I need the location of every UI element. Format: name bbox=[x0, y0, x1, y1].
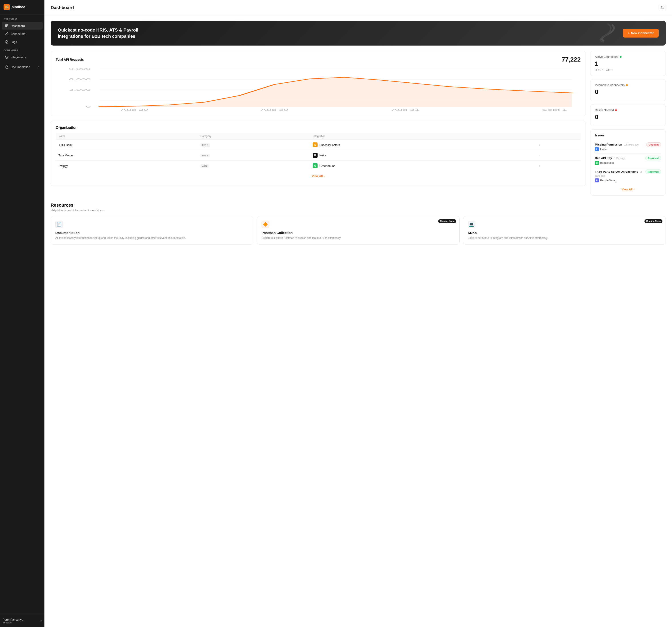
new-connector-button[interactable]: + New Connector bbox=[623, 29, 659, 38]
relink-needed-card: Relink Needed 0 bbox=[590, 104, 666, 126]
active-connectors-label: Active Connectors bbox=[595, 55, 619, 58]
grid-icon bbox=[5, 24, 8, 28]
incomplete-connectors-label: Incomplete Connectors bbox=[595, 83, 625, 87]
doc-icon bbox=[5, 65, 8, 69]
svg-text:6,000: 6,000 bbox=[69, 78, 91, 81]
table-body: ICICI Bank HRIS S SuccessFactors › Tata … bbox=[56, 140, 581, 171]
issue-details: Bad API Key 1 Day ago B BambooHR bbox=[595, 156, 625, 165]
org-integration: S SuccessFactors bbox=[310, 140, 536, 150]
sidebar-item-documentation[interactable]: Documentation ↗ bbox=[2, 63, 43, 71]
org-category: HRIS bbox=[198, 140, 310, 150]
hero-text: Quickest no-code HRIS, ATS & Payroll int… bbox=[58, 27, 142, 39]
issue-logo: P bbox=[595, 178, 599, 183]
right-col: Active Connectors 1 HRIS 1 ATS 0 Incompl… bbox=[590, 51, 666, 195]
resource-desc-postman: Explore our public Postman to access and… bbox=[262, 236, 455, 240]
layers-icon bbox=[5, 55, 8, 59]
active-connectors-header: Active Connectors bbox=[595, 55, 661, 58]
issue-item: Bad API Key 1 Day ago B BambooHR Resolve… bbox=[595, 154, 661, 167]
svg-marker-6 bbox=[5, 56, 8, 57]
resource-card-documentation[interactable]: 📄 Documentation All the necessary inform… bbox=[51, 216, 253, 245]
overview-section-label: OVERVIEW bbox=[0, 15, 44, 22]
main-area: Quickest no-code HRIS, ATS & Payroll int… bbox=[44, 15, 672, 250]
issue-details: Missing Permission 18 hours ago L Lever bbox=[595, 142, 639, 151]
table-header: Name Category Integration bbox=[56, 133, 581, 140]
org-name: Tata Motors bbox=[56, 150, 198, 161]
coming-soon-badge: Coming Soon bbox=[438, 219, 456, 223]
issues-view-all-container: View All › bbox=[595, 185, 661, 191]
resource-desc-documentation: All the necessary information to set up … bbox=[55, 236, 249, 240]
table-row[interactable]: Swiggy ATS G Greenhouse › bbox=[56, 161, 581, 171]
svg-rect-3 bbox=[7, 26, 8, 27]
org-name: ICICI Bank bbox=[56, 140, 198, 150]
chart-total: 77,222 bbox=[561, 56, 581, 63]
chart-card: Total API Requests 77,222 9,000 bbox=[51, 51, 586, 116]
chevron-down-icon[interactable]: ▾ bbox=[41, 620, 42, 623]
issue-header: Third Party Server Unreachable 2 days ag… bbox=[595, 170, 645, 177]
col-integration: Integration bbox=[310, 133, 536, 140]
organization-table: Name Category Integration ICICI Bank HRI… bbox=[56, 133, 581, 171]
issues-title: Issues bbox=[595, 134, 661, 137]
sidebar-item-integrations[interactable]: Integrations bbox=[2, 53, 43, 61]
integration-name: Keka bbox=[319, 154, 326, 157]
resources-grid: 📄 Documentation All the necessary inform… bbox=[51, 216, 666, 245]
table-row[interactable]: ICICI Bank HRIS S SuccessFactors › bbox=[56, 140, 581, 150]
resource-card-postman[interactable]: Coming Soon 🔶 Postman Collection Explore… bbox=[257, 216, 460, 245]
svg-rect-2 bbox=[5, 26, 6, 27]
user-name: Parth Pansuriya bbox=[3, 618, 23, 621]
incomplete-connectors-card: Incomplete Connectors 0 bbox=[590, 79, 666, 101]
sidebar-item-connectors[interactable]: Connectors bbox=[2, 30, 43, 38]
incomplete-dot bbox=[626, 84, 628, 86]
integration-icon: G bbox=[313, 163, 317, 168]
incomplete-connectors-header: Incomplete Connectors bbox=[595, 83, 661, 87]
issue-item: Third Party Server Unreachable 2 days ag… bbox=[595, 167, 661, 185]
issue-sub: B BambooHR bbox=[595, 161, 625, 165]
issue-time: 1 Day ago bbox=[614, 157, 625, 160]
main-content: Dashboard Quickest no-code HRIS, ATS & P… bbox=[44, 0, 672, 627]
link-icon bbox=[5, 32, 8, 35]
left-col: Total API Requests 77,222 9,000 bbox=[51, 51, 586, 195]
svg-text:Sept 1: Sept 1 bbox=[542, 108, 567, 111]
svg-rect-1 bbox=[7, 24, 8, 25]
chart-svg: 9,000 6,000 3,000 0 Aug 29 Aug 30 Aug 31… bbox=[56, 67, 581, 111]
user-company: Bindbee bbox=[3, 621, 23, 624]
org-view-all-button[interactable]: View All › bbox=[312, 174, 325, 178]
sidebar-item-dashboard-label: Dashboard bbox=[11, 24, 25, 28]
issues-view-all-button[interactable]: View All › bbox=[622, 188, 634, 191]
plus-icon: + bbox=[628, 31, 629, 35]
org-integration: K Keka bbox=[310, 150, 536, 161]
issue-header: Missing Permission 18 hours ago bbox=[595, 142, 639, 146]
sidebar-footer: Parth Pansuriya Bindbee ▾ bbox=[0, 614, 44, 627]
configure-section-label: CONFIGURE bbox=[0, 46, 44, 53]
active-dot bbox=[620, 56, 622, 58]
chart-header: Total API Requests 77,222 bbox=[56, 56, 581, 63]
integration-icon: K bbox=[313, 153, 317, 158]
sidebar-item-logs[interactable]: Logs bbox=[2, 38, 43, 46]
org-integration: G Greenhouse bbox=[310, 161, 536, 171]
sidebar-item-integrations-label: Integrations bbox=[11, 55, 26, 59]
file-text-icon bbox=[5, 40, 8, 44]
user-info: Parth Pansuriya Bindbee bbox=[3, 618, 23, 624]
resource-card-sdks[interactable]: Coming Soon 💻 SDKs Explore our SDKs to i… bbox=[463, 216, 666, 245]
resources-subtitle: Helpful tools and information to assist … bbox=[51, 209, 666, 212]
page-title: Dashboard bbox=[51, 5, 74, 10]
incomplete-connectors-value: 0 bbox=[595, 89, 661, 96]
issue-status-badge: Ongoing bbox=[646, 142, 661, 147]
row-arrow: › bbox=[536, 161, 581, 171]
relink-needed-label: Relink Needed bbox=[595, 108, 614, 112]
col-category: Category bbox=[198, 133, 310, 140]
sidebar-item-dashboard[interactable]: Dashboard bbox=[2, 22, 43, 29]
row-arrow: › bbox=[536, 140, 581, 150]
notification-button[interactable] bbox=[659, 4, 666, 11]
issue-name: Third Party Server Unreachable bbox=[595, 170, 638, 173]
resource-title-postman: Postman Collection bbox=[262, 231, 455, 235]
org-category: HRIS bbox=[198, 150, 310, 161]
organization-title: Organization bbox=[56, 126, 581, 130]
issue-sub: L Lever bbox=[595, 147, 639, 151]
external-link-icon: ↗ bbox=[37, 65, 40, 69]
table-row[interactable]: Tata Motors HRIS K Keka › bbox=[56, 150, 581, 161]
sidebar-item-logs-label: Logs bbox=[11, 40, 17, 44]
issue-logo: L bbox=[595, 147, 599, 151]
issue-company: Lever bbox=[600, 148, 607, 151]
issue-logo: B bbox=[595, 161, 599, 165]
svg-text:Aug 29: Aug 29 bbox=[121, 108, 148, 111]
